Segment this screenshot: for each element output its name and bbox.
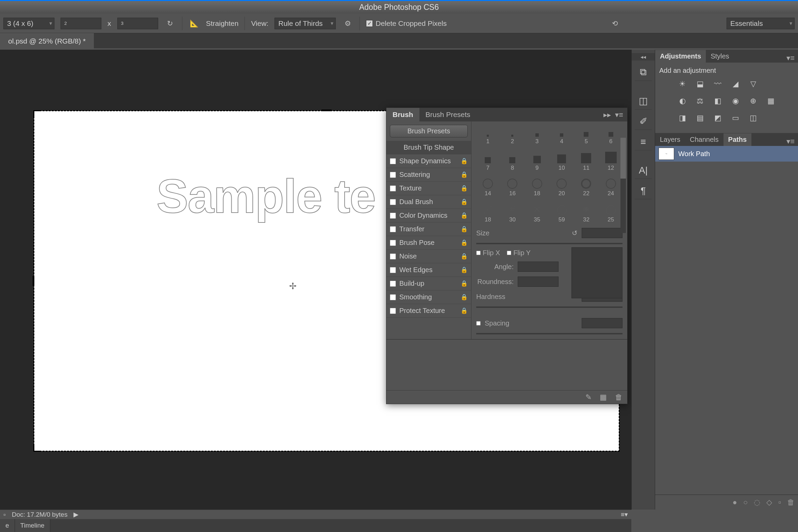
brush-presets-button[interactable]: Brush Presets <box>390 125 468 137</box>
photo-filter-icon[interactable]: ◉ <box>729 95 742 107</box>
checkbox[interactable] <box>390 226 396 232</box>
checkbox[interactable] <box>390 172 396 178</box>
tab-channels[interactable]: Channels <box>685 133 724 146</box>
checkbox[interactable] <box>390 185 396 192</box>
brush-tip-swatch[interactable]: 10 <box>550 146 573 172</box>
crop-width-input[interactable] <box>61 18 101 29</box>
brush-tip-grid[interactable]: 1 2 3 4 5 6 7 8 9 10 11 12 14 16 <box>476 126 622 223</box>
brush-tip-swatch[interactable]: 20 <box>550 173 573 197</box>
crop-handle-top[interactable] <box>321 110 332 111</box>
new-preset-icon[interactable]: ▦ <box>600 393 607 402</box>
lock-icon[interactable]: 🔒 <box>461 226 468 233</box>
brush-panel[interactable]: Brush Brush Presets ▸▸ ▾≡ Brush Presets … <box>386 107 628 404</box>
lock-icon[interactable]: 🔒 <box>461 157 468 165</box>
selection-to-path-icon[interactable]: ◇ <box>766 498 772 507</box>
lock-icon[interactable]: 🔒 <box>461 185 468 192</box>
brush-option-build-up[interactable]: Build-up🔒 <box>386 277 471 290</box>
new-path-icon[interactable]: ▫ <box>778 498 781 507</box>
reset-icon[interactable]: ↻ <box>164 18 176 29</box>
tab-paths[interactable]: Paths <box>724 133 751 146</box>
collapse-icon[interactable]: ▸▸ <box>603 111 611 119</box>
scroll-menu-icon[interactable]: ≡▾ <box>621 511 628 518</box>
brush-tip-swatch[interactable]: ⋰18 <box>476 198 499 223</box>
size-input[interactable] <box>582 228 622 238</box>
brush-tip-swatch[interactable]: 3 <box>526 126 549 145</box>
brush-presets-panel-icon[interactable]: ≡ <box>635 133 652 150</box>
checkbox[interactable] <box>390 294 396 300</box>
brush-option-smoothing[interactable]: Smoothing🔒 <box>386 290 471 304</box>
brush-tip-swatch[interactable]: 12 <box>599 146 622 172</box>
spacing-slider[interactable] <box>476 333 622 334</box>
checkbox[interactable] <box>390 213 396 219</box>
color-lookup-icon[interactable]: ▦ <box>765 95 777 107</box>
tab-brush[interactable]: Brush <box>386 108 419 121</box>
brush-option-scattering[interactable]: Scattering🔒 <box>386 168 471 182</box>
brush-option-shape-dynamics[interactable]: Shape Dynamics🔒 <box>386 154 471 168</box>
tab-mini-bridge[interactable]: e <box>0 519 15 532</box>
vibrance-icon[interactable]: ▽ <box>747 78 759 90</box>
gradient-map-icon[interactable]: ▭ <box>729 112 742 124</box>
brush-tip-swatch[interactable]: 1 <box>476 126 499 145</box>
brush-option-color-dynamics[interactable]: Color Dynamics🔒 <box>386 209 471 222</box>
lock-icon[interactable]: 🔒 <box>461 171 468 178</box>
lock-icon[interactable]: 🔒 <box>461 280 468 287</box>
checkbox[interactable] <box>390 267 396 273</box>
brush-tip-swatch[interactable]: 16 <box>501 173 524 197</box>
tab-brush-presets[interactable]: Brush Presets <box>419 108 477 121</box>
lock-icon[interactable]: 🔒 <box>461 239 468 246</box>
lock-icon[interactable]: 🔒 <box>461 198 468 205</box>
doc-size[interactable]: Doc: 17.2M/0 bytes <box>12 511 68 518</box>
curves-icon[interactable]: 〰 <box>712 78 724 90</box>
size-slider[interactable] <box>476 243 622 244</box>
tab-timeline[interactable]: Timeline <box>15 519 50 532</box>
brush-angle-preview[interactable] <box>571 247 622 298</box>
brush-tip-swatch[interactable]: 11 <box>575 146 598 172</box>
spacing-check[interactable] <box>476 321 481 326</box>
workspace-select[interactable]: Essentials <box>727 18 795 29</box>
exposure-icon[interactable]: ◢ <box>729 78 742 90</box>
flip-x-check[interactable] <box>476 251 481 255</box>
straighten-icon[interactable]: 📐 <box>188 18 200 29</box>
brush-tip-swatch[interactable]: ◯59 <box>550 198 573 223</box>
lock-icon[interactable]: 🔒 <box>461 253 468 260</box>
lock-icon[interactable]: 🔒 <box>461 212 468 219</box>
hardness-slider[interactable] <box>476 306 622 308</box>
brightness-contrast-icon[interactable]: ☀ <box>676 78 688 90</box>
fill-path-icon[interactable]: ● <box>733 498 737 507</box>
crop-handle-left[interactable] <box>33 276 34 286</box>
brush-grid-scrollbar[interactable] <box>620 138 626 233</box>
stroke-path-icon[interactable]: ○ <box>743 498 748 507</box>
character-panel-icon[interactable]: A| <box>635 162 652 179</box>
checkbox[interactable] <box>390 199 396 205</box>
toggle-preview-icon[interactable]: ✎ <box>585 393 592 402</box>
checkbox[interactable] <box>390 253 396 260</box>
path-to-selection-icon[interactable]: ◌ <box>754 498 760 507</box>
panel-menu-icon[interactable]: ▾≡ <box>615 111 623 119</box>
brush-option-transfer[interactable]: Transfer🔒 <box>386 222 471 236</box>
crop-handle-bl[interactable] <box>33 445 40 452</box>
threshold-icon[interactable]: ◩ <box>712 112 724 124</box>
overlay-options-icon[interactable]: ⚙ <box>342 18 353 29</box>
brush-tip-swatch[interactable]: 4 <box>550 126 573 145</box>
lock-icon[interactable]: 🔒 <box>461 307 468 314</box>
brush-tip-swatch[interactable]: 5 <box>575 126 598 145</box>
brush-tip-swatch[interactable]: 2 <box>501 126 524 145</box>
brush-option-dual-brush[interactable]: Dual Brush🔒 <box>386 195 471 209</box>
reset-crop-icon[interactable]: ⟲ <box>609 18 621 29</box>
tab-adjustments[interactable]: Adjustments <box>655 50 706 63</box>
brush-tip-swatch[interactable]: #30 <box>501 198 524 223</box>
brush-tip-swatch[interactable]: 22 <box>575 173 598 197</box>
view-select[interactable]: Rule of Thirds <box>275 18 336 29</box>
brush-option-noise[interactable]: Noise🔒 <box>386 250 471 263</box>
checkbox[interactable] <box>390 158 396 164</box>
path-item-work-path[interactable]: ~ Work Path <box>655 146 798 162</box>
flip-y-check[interactable] <box>507 251 511 255</box>
brush-tip-swatch[interactable]: 8 <box>501 146 524 172</box>
crop-height-input[interactable] <box>117 18 158 29</box>
brush-tip-swatch[interactable]: ✕35 <box>526 198 549 223</box>
brush-tip-swatch[interactable]: ◯25 <box>599 198 622 223</box>
tab-styles[interactable]: Styles <box>706 50 734 63</box>
panel-menu-icon[interactable]: ▾≡ <box>783 54 798 63</box>
delete-cropped-check[interactable]: ✓ Delete Cropped Pixels <box>366 19 447 28</box>
invert-icon[interactable]: ◨ <box>676 112 688 124</box>
